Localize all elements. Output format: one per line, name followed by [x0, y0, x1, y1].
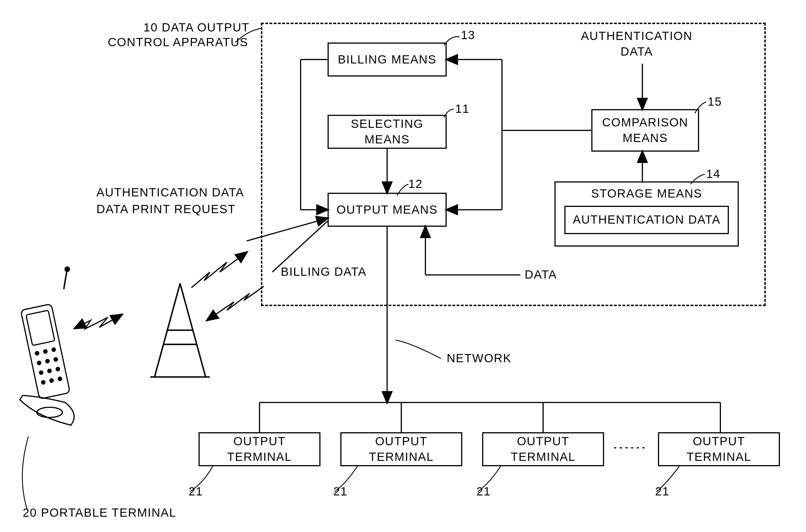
selecting-means-label: SELECTING MEANS — [329, 116, 445, 147]
output-terminal-1: OUTPUT TERMINAL — [199, 432, 320, 466]
data-label: DATA — [525, 268, 557, 282]
billing-means-box: BILLING MEANS — [328, 42, 447, 77]
svg-point-31 — [37, 361, 41, 365]
terminal-4-ref: 21 — [655, 484, 670, 498]
network-label: NETWORK — [447, 352, 512, 365]
billing-ref: 13 — [461, 28, 475, 42]
output-means-box: OUTPUT MEANS — [328, 193, 447, 227]
svg-point-36 — [56, 367, 60, 371]
output-terminal-4-label: OUTPUT TERMINAL — [659, 434, 779, 464]
portable-terminal-label: 20 PORTABLE TERMINAL — [23, 506, 177, 519]
svg-point-32 — [45, 359, 49, 363]
svg-point-37 — [41, 380, 45, 384]
auth-data-label: AUTHENTICATION DATA — [573, 28, 700, 59]
billing-data-label: BILLING DATA — [281, 265, 367, 279]
output-terminal-3-label: OUTPUT TERMINAL — [483, 434, 603, 464]
storage-ref: 14 — [706, 167, 721, 181]
svg-point-33 — [54, 357, 58, 361]
svg-point-42 — [37, 407, 62, 418]
svg-point-28 — [35, 351, 39, 355]
svg-point-38 — [50, 379, 54, 383]
apparatus-ref-label2: CONTROL APPARATUS — [108, 35, 248, 49]
terminal-2-ref: 21 — [333, 484, 348, 498]
output-terminal-2-label: OUTPUT TERMINAL — [342, 434, 461, 464]
output-terminal-3: OUTPUT TERMINAL — [482, 432, 604, 466]
output-ref: 12 — [408, 177, 423, 191]
svg-point-39 — [58, 377, 62, 381]
selecting-means-box: SELECTING MEANS — [328, 115, 447, 149]
output-means-label: OUTPUT MEANS — [337, 202, 438, 218]
terminal-3-ref: 21 — [476, 484, 491, 498]
svg-point-34 — [39, 371, 43, 375]
comparison-means-box: COMPARISON MEANS — [591, 109, 699, 152]
billing-means-label: BILLING MEANS — [338, 52, 437, 68]
svg-rect-26 — [21, 304, 70, 399]
storage-means-box: STORAGE MEANS AUTHENTICATION DATA — [554, 182, 739, 247]
svg-line-40 — [64, 272, 67, 289]
svg-point-35 — [47, 369, 51, 373]
auth-request-label: AUTHENTICATION DATA DATA PRINT REQUEST — [96, 184, 244, 218]
svg-point-41 — [65, 267, 70, 271]
apparatus-ref-label: 10 DATA OUTPUT — [108, 20, 250, 35]
comparison-means-label: COMPARISON MEANS — [602, 115, 688, 146]
svg-point-30 — [52, 348, 56, 352]
svg-line-22 — [154, 283, 180, 377]
output-terminal-4: OUTPUT TERMINAL — [658, 432, 780, 466]
output-terminal-1-label: OUTPUT TERMINAL — [200, 434, 319, 464]
phone-icon — [20, 267, 74, 425]
comparison-ref: 15 — [708, 95, 722, 109]
svg-point-29 — [43, 349, 47, 354]
output-terminal-2: OUTPUT TERMINAL — [340, 432, 462, 466]
svg-line-23 — [180, 283, 206, 377]
storage-means-label: STORAGE MEANS — [591, 186, 702, 202]
svg-rect-27 — [26, 310, 55, 345]
auth-data-inner-label: AUTHENTICATION DATA — [573, 212, 721, 228]
auth-data-inner-box: AUTHENTICATION DATA — [564, 206, 729, 234]
antenna-icon — [150, 283, 210, 377]
selecting-ref: 11 — [455, 102, 470, 116]
terminal-1-ref: 21 — [188, 484, 203, 498]
